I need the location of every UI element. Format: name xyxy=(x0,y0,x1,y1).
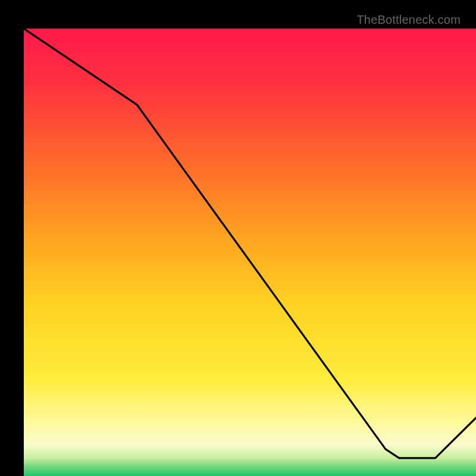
gradient-backdrop xyxy=(24,29,476,476)
bottleneck-chart xyxy=(24,29,476,476)
watermark-text: TheBottleneck.com xyxy=(356,13,461,27)
chart-frame: TheBottleneck.com xyxy=(12,12,464,464)
